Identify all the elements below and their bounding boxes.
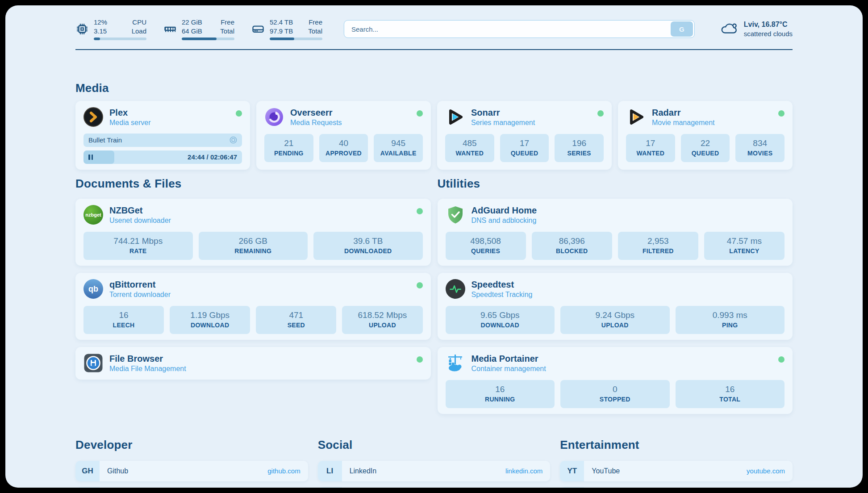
cpu-stat-body: 12% 3.15 CPU Load xyxy=(94,18,146,40)
memory-free: 22 GiB xyxy=(182,18,202,27)
service-card-portainer[interactable]: Media Portainer Container management 16 … xyxy=(438,347,793,414)
now-playing-progress-bar[interactable]: 24:44 / 02:06:47 xyxy=(83,150,242,164)
header-divider xyxy=(75,49,793,50)
sonarr-icon xyxy=(445,107,465,127)
service-card-nzbget[interactable]: nzbget NZBGet Usenet downloader 744.21 M… xyxy=(75,199,431,266)
bookmark-linkedin[interactable]: LI LinkedIn linkedin.com xyxy=(318,461,551,481)
service-card-overseerr[interactable]: Overseerr Media Requests 21 PENDING 40 A… xyxy=(256,101,431,170)
bookmark-url[interactable]: youtube.com xyxy=(747,467,785,475)
section-title-utilities: Utilities xyxy=(438,177,793,191)
bookmarks: Developer GH Github github.com SO StackO… xyxy=(75,438,793,488)
section-title-developer: Developer xyxy=(75,438,308,452)
stat-seed: 471 SEED xyxy=(256,306,336,334)
service-card-sonarr[interactable]: Sonarr Series management 485 WANTED 17 Q… xyxy=(437,101,612,170)
bookmark-name: YouTube xyxy=(592,467,620,475)
cpu-load-avg: 3.15 xyxy=(94,27,107,36)
section-title-media: Media xyxy=(75,81,793,95)
stat-movies: 834 MOVIES xyxy=(735,134,785,162)
disk-values: 52.4 TB 97.9 TB xyxy=(270,18,293,35)
portainer-icon xyxy=(446,353,465,373)
stat-approved: 40 APPROVED xyxy=(319,134,368,162)
section-title-entertainment: Entertainment xyxy=(560,438,793,452)
bookmark-url[interactable]: github.com xyxy=(267,467,300,475)
service-title: Plex xyxy=(109,107,150,118)
search-input[interactable] xyxy=(344,21,671,38)
adguard-icon xyxy=(446,205,465,225)
service-card-radarr[interactable]: Radarr Movie management 17 WANTED 22 QUE… xyxy=(618,101,793,170)
status-online-dot xyxy=(236,110,242,117)
weather-condition: scattered clouds xyxy=(744,29,793,38)
service-card-speedtest[interactable]: Speedtest Speedtest Tracking 9.65 Gbps D… xyxy=(438,273,793,340)
search-engine-button[interactable]: G xyxy=(671,21,693,37)
now-playing-time: 24:44 / 02:06:47 xyxy=(188,150,237,164)
radarr-icon xyxy=(626,107,646,127)
bookmark-stackoverflow[interactable]: SO StackOverflow stackoverflow.com xyxy=(75,487,308,488)
bookmark-netflix[interactable]: NF Netflix netflix.com xyxy=(560,487,793,488)
service-title: Media Portainer xyxy=(472,353,546,364)
stat-ping: 0.993 ms PING xyxy=(676,306,785,334)
service-card-plex[interactable]: Plex Media server Bullet Train xyxy=(75,101,250,170)
service-card-filebrowser[interactable]: File Browser Media File Management xyxy=(75,347,431,380)
service-title: Sonarr xyxy=(471,107,535,118)
bookmark-name: LinkedIn xyxy=(350,467,377,475)
section-title-documents: Documents & Files xyxy=(75,177,431,191)
cpu-progress-bar xyxy=(94,38,146,40)
now-playing: Bullet Train 24:44 / 02:06:47 xyxy=(83,134,242,164)
stat-blocked: 86,396 BLOCKED xyxy=(532,232,612,260)
bookmark-youtube[interactable]: YT YouTube youtube.com xyxy=(560,461,793,481)
bookmark-abbr: NF xyxy=(560,487,584,488)
cpu-labels: CPU Load xyxy=(132,18,146,35)
stat-stopped: 0 STOPPED xyxy=(560,380,670,408)
qbittorrent-icon: qb xyxy=(83,279,103,299)
stat-total: 16 TOTAL xyxy=(676,380,785,408)
stat-wanted: 485 WANTED xyxy=(445,134,494,162)
disk-total: 97.9 TB xyxy=(270,27,293,36)
disk-labels: Free Total xyxy=(308,18,322,35)
service-subtitle: Container management xyxy=(472,364,546,374)
speedtest-icon xyxy=(446,279,465,299)
status-online-dot xyxy=(417,208,423,214)
service-title: qBittorrent xyxy=(109,279,171,290)
service-subtitle: Usenet downloader xyxy=(109,216,171,226)
disk-icon xyxy=(251,22,265,36)
stat-upload: 9.24 Gbps UPLOAD xyxy=(560,306,670,334)
status-online-dot xyxy=(417,356,423,363)
section-media: Media Plex Media server xyxy=(75,81,793,170)
section-utilities: Utilities xyxy=(438,177,793,414)
dashboard-window: 12% 3.15 CPU Load xyxy=(5,5,863,488)
memory-stat: 22 GiB 64 GiB Free Total xyxy=(163,18,234,40)
service-subtitle: Series management xyxy=(471,118,535,128)
bookmark-abbr: GH xyxy=(75,461,100,481)
overseerr-icon xyxy=(264,107,284,127)
pause-icon[interactable] xyxy=(88,155,93,160)
service-subtitle: Torrent downloader xyxy=(109,290,171,300)
stat-leech: 16 LEECH xyxy=(83,306,164,334)
memory-progress-bar xyxy=(182,38,234,40)
stat-series: 196 SERIES xyxy=(555,134,604,162)
bookmark-group-developer: Developer GH Github github.com SO StackO… xyxy=(75,438,308,488)
bookmark-name: Github xyxy=(107,467,128,475)
service-title: Speedtest xyxy=(472,279,533,290)
stat-latency: 47.57 ms LATENCY xyxy=(704,232,785,260)
cpu-icon xyxy=(75,22,89,36)
stat-available: 945 AVAILABLE xyxy=(374,134,423,162)
stat-wanted: 17 WANTED xyxy=(626,134,675,162)
bookmark-abbr: SO xyxy=(75,487,100,488)
now-playing-session-icon[interactable] xyxy=(230,136,237,144)
bookmark-abbr: LI xyxy=(318,461,342,481)
memory-stat-body: 22 GiB 64 GiB Free Total xyxy=(182,18,234,40)
bookmark-github[interactable]: GH Github github.com xyxy=(75,461,308,481)
weather-location-temp: Lviv, 16.87°C xyxy=(744,20,793,29)
service-title: NZBGet xyxy=(109,205,171,216)
bookmark-twitter[interactable]: TW Twitter twitter.com xyxy=(318,487,551,488)
service-card-qbittorrent[interactable]: qb qBittorrent Torrent downloader 16 LEE… xyxy=(75,273,431,340)
service-title: File Browser xyxy=(109,353,186,364)
disk-progress-bar xyxy=(270,38,322,40)
service-title: Radarr xyxy=(652,107,715,118)
stat-upload: 618.52 Mbps UPLOAD xyxy=(342,306,422,334)
service-card-adguard[interactable]: AdGuard Home DNS and adblocking 498,508 … xyxy=(438,199,793,266)
cpu-values: 12% 3.15 xyxy=(94,18,107,35)
disk-free: 52.4 TB xyxy=(270,18,293,27)
bookmark-url[interactable]: linkedin.com xyxy=(505,467,542,475)
nzbget-icon: nzbget xyxy=(83,205,103,225)
